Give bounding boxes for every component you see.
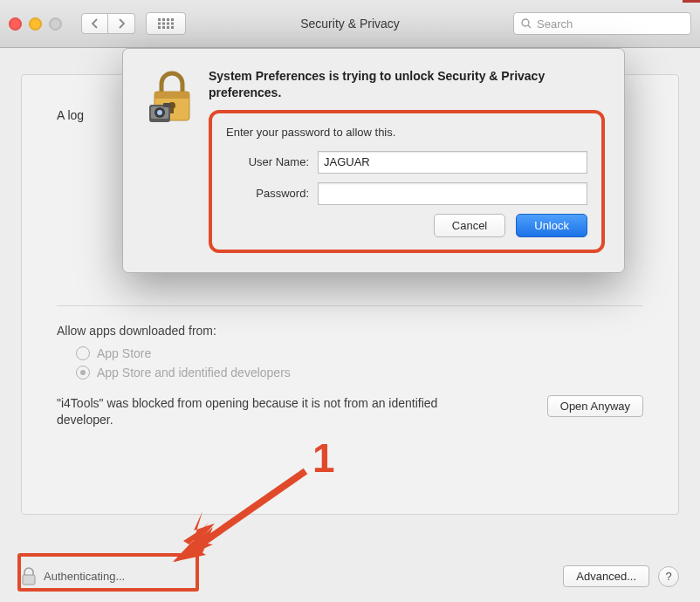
svg-point-22 bbox=[157, 110, 162, 115]
red-tab-decoration bbox=[683, 0, 700, 3]
svg-line-13 bbox=[528, 25, 531, 28]
blocked-app-message: "i4Tools" was blocked from opening becau… bbox=[57, 395, 441, 428]
svg-rect-5 bbox=[162, 23, 165, 25]
unlock-button[interactable]: Unlock bbox=[516, 214, 587, 237]
svg-rect-1 bbox=[162, 18, 165, 21]
svg-rect-7 bbox=[171, 23, 174, 25]
search-icon bbox=[521, 18, 532, 29]
radio-identified-developers[interactable]: App Store and identified developers bbox=[76, 366, 643, 380]
svg-rect-0 bbox=[158, 18, 161, 21]
lock-prefs-icon bbox=[142, 68, 202, 127]
advanced-button[interactable]: Advanced... bbox=[563, 565, 649, 587]
password-field[interactable] bbox=[318, 182, 587, 205]
radio-icon-selected bbox=[76, 366, 90, 380]
minimize-window-button[interactable] bbox=[29, 17, 42, 31]
dialog-heading: System Preferences is trying to unlock S… bbox=[209, 68, 605, 101]
window-traffic-lights bbox=[9, 17, 62, 31]
svg-rect-2 bbox=[167, 18, 169, 21]
svg-rect-23 bbox=[163, 103, 170, 107]
forward-button[interactable] bbox=[108, 13, 135, 34]
svg-rect-10 bbox=[167, 26, 169, 29]
annotation-form-highlight: Enter your password to allow this. User … bbox=[209, 110, 605, 253]
svg-rect-9 bbox=[162, 26, 165, 29]
search-input[interactable]: Search bbox=[513, 12, 691, 35]
grid-icon bbox=[158, 18, 174, 29]
username-label: User Name: bbox=[226, 155, 318, 168]
open-anyway-button[interactable]: Open Anyway bbox=[547, 395, 643, 417]
annotation-box-1 bbox=[17, 553, 199, 592]
auth-dialog: System Preferences is trying to unlock S… bbox=[122, 48, 625, 273]
window-toolbar: Security & Privacy Search bbox=[0, 0, 700, 48]
chevron-left-icon bbox=[91, 18, 100, 29]
search-placeholder: Search bbox=[537, 17, 573, 31]
chevron-right-icon bbox=[117, 18, 126, 29]
username-field[interactable] bbox=[318, 151, 587, 174]
annotation-number-1: 1 bbox=[312, 434, 335, 482]
password-label: Password: bbox=[226, 187, 318, 200]
svg-rect-8 bbox=[158, 26, 161, 29]
svg-rect-3 bbox=[171, 18, 174, 21]
radio-label: App Store and identified developers bbox=[97, 366, 291, 380]
section-divider bbox=[57, 305, 643, 306]
help-button[interactable]: ? bbox=[658, 566, 679, 587]
svg-point-12 bbox=[522, 19, 529, 26]
svg-rect-11 bbox=[171, 26, 174, 29]
zoom-window-button[interactable] bbox=[49, 17, 62, 31]
svg-rect-16 bbox=[154, 92, 189, 99]
back-button[interactable] bbox=[81, 13, 108, 34]
radio-label: App Store bbox=[97, 346, 151, 360]
svg-rect-6 bbox=[167, 23, 169, 25]
radio-icon bbox=[76, 346, 90, 360]
svg-rect-18 bbox=[170, 106, 174, 113]
cancel-button[interactable]: Cancel bbox=[434, 214, 505, 237]
radio-app-store[interactable]: App Store bbox=[76, 346, 643, 360]
svg-rect-4 bbox=[158, 23, 161, 25]
dialog-prompt: Enter your password to allow this. bbox=[226, 126, 587, 139]
allow-apps-title: Allow apps downloaded from: bbox=[57, 324, 643, 338]
show-all-prefs-button[interactable] bbox=[146, 12, 186, 35]
close-window-button[interactable] bbox=[9, 17, 22, 31]
